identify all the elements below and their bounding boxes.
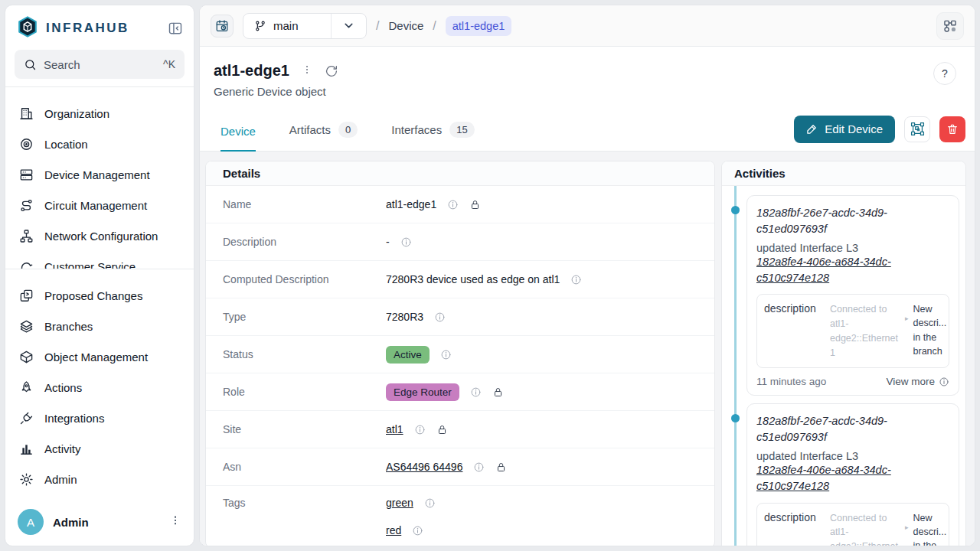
sidebar-item-customer-service[interactable]: Customer Service (5, 251, 194, 269)
info-icon[interactable] (434, 311, 446, 323)
edit-device-button[interactable]: Edit Device (794, 116, 895, 143)
activity-action: updated Interface L3 (756, 242, 949, 254)
search-placeholder: Search (44, 58, 80, 71)
branch-selector[interactable]: main (243, 13, 367, 39)
detail-link[interactable]: atl1 (386, 423, 403, 435)
sidebar-item-organization[interactable]: Organization (5, 98, 194, 129)
help-button[interactable]: ? (933, 62, 956, 85)
tab-device[interactable]: Device (220, 125, 256, 152)
manage-groups-button[interactable] (904, 116, 930, 142)
sidebar-item-location[interactable]: Location (5, 129, 194, 159)
sidebar-item-network-configuration[interactable]: Network Configuration (5, 220, 194, 251)
activities-panel: Activities 182a8fbf-26e7-acdc-34d9-c51ed… (721, 161, 966, 546)
sidebar-item-admin[interactable]: Admin (5, 464, 194, 494)
detail-row-name: Nameatl1-edge1 (206, 186, 714, 223)
timeline-dot (731, 206, 740, 214)
info-icon[interactable] (414, 424, 426, 435)
user-kebab-icon[interactable] (169, 514, 181, 530)
sidebar-collapse-icon[interactable] (168, 21, 183, 36)
diff-new-value: New descri... in the branch (913, 511, 947, 546)
sidebar-item-branches[interactable]: Branches (5, 311, 194, 341)
sidebar-item-label: Branches (44, 320, 93, 333)
infrahub-logo-icon (16, 15, 39, 41)
sidebar-nav-secondary: Proposed ChangesBranchesObject Managemen… (5, 269, 194, 497)
brand: INFRAHUB (16, 15, 129, 41)
sidebar-item-device-management[interactable]: Device Management (5, 159, 194, 190)
sidebar-item-integrations[interactable]: Integrations (5, 403, 194, 433)
branch-name: main (273, 19, 299, 32)
info-icon[interactable] (447, 199, 459, 210)
delete-device-button[interactable] (939, 116, 965, 142)
branch-dropdown-toggle[interactable] (331, 14, 366, 38)
info-icon[interactable] (440, 349, 452, 360)
schema-visualizer-button[interactable] (936, 12, 964, 40)
customer-service-icon (19, 259, 34, 269)
activities-title: Activities (722, 161, 965, 186)
detail-link[interactable]: AS64496 64496 (386, 461, 462, 473)
location-icon (19, 137, 34, 152)
tabs-bar: DeviceArtifacts0Interfaces15 Edit Device (200, 109, 975, 152)
time-travel-button[interactable] (211, 15, 234, 37)
avatar: A (18, 509, 44, 535)
tag-link[interactable]: red (386, 524, 401, 536)
refresh-icon[interactable] (325, 64, 338, 78)
building-icon (19, 106, 34, 121)
detail-row-computed-description: Computed Description7280R3 device used a… (206, 261, 714, 298)
search-icon (24, 58, 37, 71)
detail-label: Type (223, 311, 386, 323)
sidebar-item-label: Activity (44, 442, 81, 455)
activity-target-link[interactable]: 182a8fe4-406e-a684-34dc-c510c974e128 (756, 256, 891, 284)
activity-actor: 182a8fbf-26e7-acdc-34d9-c51ed097693f (756, 205, 949, 236)
git-branch-icon (254, 20, 266, 32)
activity-target-link[interactable]: 182a8fe4-406e-a684-34dc-c510c974e128 (756, 464, 891, 492)
detail-row-role: RoleEdge Router (206, 373, 714, 411)
info-icon (939, 377, 949, 387)
breadcrumb-section[interactable]: Device (388, 19, 423, 32)
search-input[interactable]: Search ^K (15, 50, 185, 79)
search-shortcut: ^K (163, 58, 175, 70)
diff-field: description (764, 511, 825, 523)
activities-timeline: 182a8fbf-26e7-acdc-34d9-c51ed097693fupda… (722, 186, 965, 546)
diff-old-value: Connected to atl1-edge2::Ethernet1 (830, 511, 900, 546)
page-subtitle: Generic Device object (214, 85, 338, 98)
app-shell: INFRAHUB Search ^K OrganizationLocationD… (0, 0, 980, 551)
chevron-down-icon (342, 19, 355, 32)
breadcrumb-separator: / (433, 19, 436, 33)
sidebar-item-activity[interactable]: Activity (5, 433, 194, 464)
detail-label: Status (223, 348, 386, 360)
info-icon[interactable] (412, 525, 423, 536)
diff-old-value: Connected to atl1-edge2::Ethernet1 (830, 302, 900, 360)
breadcrumb-current-item[interactable]: atl1-edge1 (446, 16, 512, 36)
detail-label: Name (223, 198, 386, 210)
sidebar-item-label: Organization (44, 107, 109, 120)
sidebar-item-actions[interactable]: Actions (5, 372, 194, 403)
tab-interfaces[interactable]: Interfaces15 (391, 122, 474, 151)
detail-label: Tags (223, 497, 386, 509)
detail-label: Role (223, 386, 386, 398)
rocket-icon (19, 380, 34, 395)
sidebar-item-label: Proposed Changes (44, 289, 142, 302)
sidebar-nav-primary: OrganizationLocationDevice ManagementCir… (5, 87, 194, 269)
info-icon[interactable] (424, 497, 436, 509)
tab-artifacts[interactable]: Artifacts0 (289, 122, 358, 151)
plug-icon (19, 411, 34, 425)
detail-row-asn: AsnAS64496 64496 (206, 448, 714, 486)
view-more-link[interactable]: View more (886, 376, 949, 387)
main-panel: main / Device / atl1-edge1 atl1-edge1 (199, 5, 975, 546)
sidebar-item-circuit-management[interactable]: Circuit Management (5, 190, 194, 220)
info-icon[interactable] (570, 274, 582, 285)
activity-actor: 182a8fbf-26e7-acdc-34d9-c51ed097693f (756, 413, 949, 445)
sidebar-item-label: Circuit Management (44, 199, 147, 212)
sidebar-item-proposed-changes[interactable]: Proposed Changes (5, 280, 194, 311)
tag-link[interactable]: green (386, 497, 413, 509)
detail-value: atl1-edge1 (386, 198, 436, 210)
detail-value: 7280R3 (386, 311, 423, 323)
detail-row-type: Type7280R3 (206, 298, 714, 336)
title-kebab-icon[interactable] (302, 64, 312, 78)
info-icon[interactable] (473, 461, 485, 473)
sidebar-item-object-management[interactable]: Object Management (5, 341, 194, 372)
info-icon[interactable] (400, 236, 412, 248)
object-actions: Edit Device (794, 116, 965, 145)
diff-arrow-icon: ▸ (905, 315, 909, 322)
info-icon[interactable] (470, 386, 482, 398)
